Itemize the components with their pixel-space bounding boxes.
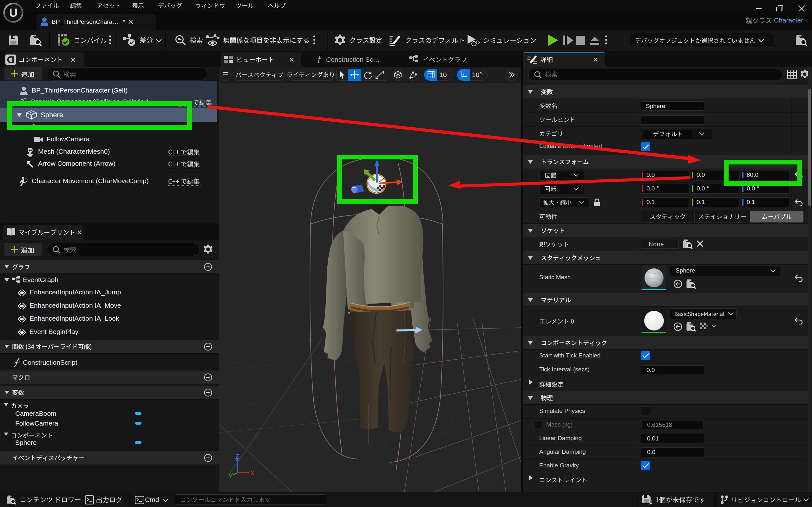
svg-text:Y: Y [229, 472, 233, 480]
svg-text:Z: Z [235, 452, 240, 460]
svg-text:X: X [250, 469, 255, 477]
svg-text:U: U [9, 6, 18, 19]
